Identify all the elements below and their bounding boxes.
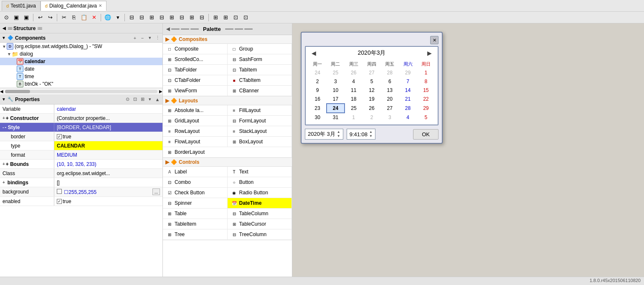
date-up-arrow[interactable]: ▲ (337, 130, 340, 134)
cal-day[interactable]: 1 (417, 69, 435, 77)
palette-item-absolute[interactable]: ⊞ Absolute la... (163, 105, 228, 116)
components-remove-btn[interactable]: − (139, 35, 146, 41)
toolbar-redo[interactable]: ↪ (46, 13, 55, 22)
cal-day[interactable]: 3 (381, 113, 399, 122)
cal-day[interactable]: 12 (363, 86, 380, 95)
components-add-btn[interactable]: + (132, 35, 138, 41)
toolbar-btn-2[interactable]: ▣ (12, 13, 21, 22)
cal-day[interactable]: 5 (363, 77, 380, 86)
cal-day[interactable]: 11 (345, 86, 363, 95)
palette-item-treecolumn[interactable]: ⊟ TreeColumn (228, 229, 292, 240)
cal-day[interactable]: 23 (309, 104, 327, 113)
tree-item-root[interactable]: ▼ D (org.eclipse.swt.widgets.Dialog_) - … (0, 43, 162, 50)
cal-day[interactable]: 4 (399, 113, 417, 122)
palette-item-tabitem[interactable]: ⊡ TabItem (228, 65, 292, 75)
cal-day[interactable]: 9 (309, 86, 327, 95)
cal-day[interactable]: 14 (399, 86, 417, 95)
close-icon[interactable]: ✕ (99, 3, 102, 8)
cal-day[interactable]: 26 (363, 104, 380, 113)
toolbar-globe[interactable]: 🌐 (103, 13, 112, 22)
toolbar-view-2[interactable]: ⊞ (221, 13, 230, 22)
date-down-arrow[interactable]: ▼ (337, 134, 340, 138)
cal-day[interactable]: 28 (399, 104, 417, 113)
properties-btn-1[interactable]: ⊙ (124, 96, 131, 103)
tree-item-date[interactable]: T date (0, 65, 162, 73)
cal-day[interactable]: 30 (309, 113, 327, 122)
background-btn[interactable]: ... (152, 188, 160, 195)
toolbar-view-1[interactable]: ⊞ (211, 13, 220, 22)
cal-day[interactable]: 15 (417, 86, 435, 95)
time-down-arrow[interactable]: ▼ (369, 134, 373, 138)
cal-day[interactable]: 22 (417, 95, 435, 104)
palette-item-button[interactable]: ○ Button (228, 177, 292, 188)
cal-day[interactable]: 21 (399, 95, 417, 104)
toolbar-cut[interactable]: ✂ (59, 13, 68, 22)
palette-item-text[interactable]: T Text (228, 167, 292, 177)
hscroll-right[interactable]: ▶ (159, 89, 162, 94)
palette-item-cbanner[interactable]: ⊞ CBanner (228, 86, 292, 96)
toolbar-delete[interactable]: ✕ (89, 13, 99, 22)
toolbar-align-8[interactable]: ⊟ (197, 13, 206, 22)
properties-collapse[interactable]: ▼ (2, 97, 6, 102)
tree-hscroll[interactable]: ◀ ▶ (0, 88, 162, 94)
palette-item-composite[interactable]: □ Composite (163, 44, 228, 54)
palette-item-spinner[interactable]: ⊟ Spinner (163, 198, 228, 209)
toolbar-btn-3[interactable]: ▣ (22, 13, 31, 22)
cal-day[interactable]: 13 (381, 86, 399, 95)
tab-dialog-calendar[interactable]: d Dialog_Calendar.java ✕ (41, 1, 106, 11)
palette-item-stacklayout[interactable]: ≡ StackLayout (228, 126, 292, 137)
palette-item-group[interactable]: □ Group (228, 44, 292, 54)
prop-val-bindings[interactable]: [] (54, 178, 162, 187)
toolbar-copy[interactable]: ⎘ (69, 13, 79, 22)
toolbar-dropdown[interactable]: ▾ (113, 13, 122, 22)
palette-item-radiobutton[interactable]: ◉ Radio Button (228, 188, 292, 198)
prop-val-border[interactable]: ✓ true (54, 132, 162, 141)
cal-day[interactable]: 26 (345, 69, 363, 77)
prop-val-variable[interactable]: calendar (54, 104, 162, 113)
structure-collapse-icon[interactable]: ◀ (3, 26, 6, 31)
palette-item-rowlayout[interactable]: ≡ RowLayout (163, 126, 228, 137)
hscroll-left[interactable]: ◀ (0, 89, 3, 94)
palette-item-scrolled[interactable]: ⊞ ScrolledCo... (163, 54, 228, 65)
cal-day[interactable]: 27 (381, 104, 399, 113)
toolbar-align-7[interactable]: ⊞ (187, 13, 196, 22)
toolbar-align-1[interactable]: ⊟ (127, 13, 136, 22)
arrow-root[interactable]: ▼ (2, 44, 7, 49)
cal-day[interactable]: 1 (345, 113, 363, 122)
cal-day[interactable]: 24 (309, 69, 327, 77)
cal-day[interactable]: 25 (345, 104, 363, 113)
cal-day[interactable]: 5 (417, 113, 435, 122)
cal-day[interactable]: 2 (309, 77, 327, 86)
prop-val-background[interactable]: ☐255,255,255 ... (54, 187, 162, 196)
palette-item-tablecolumn[interactable]: ⊟ TableColumn (228, 209, 292, 219)
hscroll-track[interactable] (5, 90, 157, 93)
cal-day[interactable]: 31 (327, 113, 345, 122)
time-up-arrow[interactable]: ▲ (369, 130, 373, 134)
cal-day[interactable]: 28 (381, 69, 399, 77)
prop-val-type[interactable]: CALENDAR (54, 141, 162, 150)
prop-val-enabled[interactable]: ✓ true (54, 197, 162, 206)
cal-day[interactable]: 19 (363, 95, 380, 104)
cal-next-btn[interactable]: ▶ (426, 50, 434, 56)
palette-item-filllayout[interactable]: ≡ FillLayout (228, 105, 292, 116)
cal-day[interactable]: 29 (399, 69, 417, 77)
palette-item-label[interactable]: A Label (163, 167, 228, 177)
palette-item-tabfolder[interactable]: ⊡ TabFolder (163, 65, 228, 75)
palette-item-flowlayout[interactable]: ≡ FlowLayout (163, 137, 228, 147)
tree-item-btnok[interactable]: B btnOk - "OK" (0, 80, 162, 88)
tree-item-dialog[interactable]: ▼ 📁 dialog (0, 50, 162, 58)
prop-val-class[interactable]: org.eclipse.swt.widget... (54, 169, 162, 178)
palette-item-formlayout[interactable]: ⊟ FormLayout (228, 116, 292, 126)
toolbar-align-5[interactable]: ⊞ (167, 13, 176, 22)
tree-item-time[interactable]: T time (0, 73, 162, 80)
toolbar-align-6[interactable]: ⊟ (177, 13, 186, 22)
prop-val-constructor[interactable]: (Constructor propertie... (54, 114, 162, 122)
palette-item-gridlayout[interactable]: ⊞ GridLayout (163, 116, 228, 126)
palette-item-combo[interactable]: ⊡ Combo (163, 177, 228, 188)
toolbar-btn-1[interactable]: ⊙ (2, 13, 11, 22)
components-more-btn[interactable]: ⋮ (154, 35, 161, 41)
tab-test01[interactable]: d Test01.java (2, 1, 41, 11)
cal-day[interactable]: 27 (363, 69, 380, 77)
properties-scroll-up[interactable]: ▲ (154, 96, 161, 103)
palette-section-controls[interactable]: ▶ 🔶 Controls (163, 158, 292, 167)
